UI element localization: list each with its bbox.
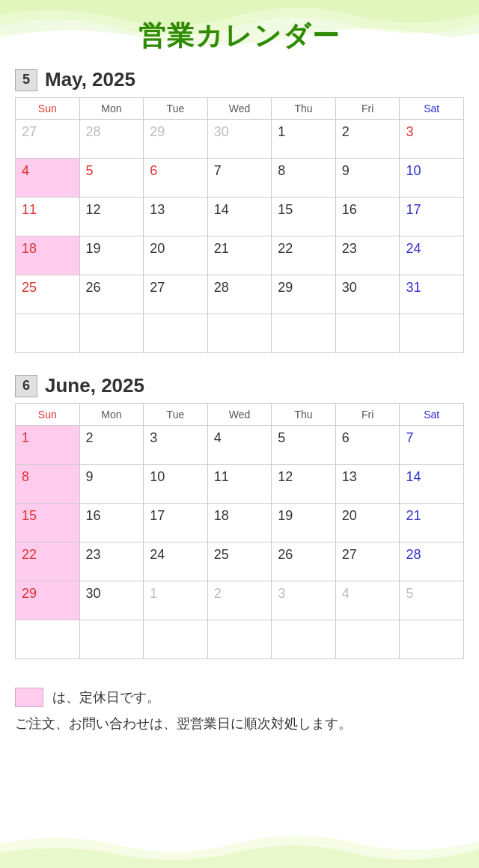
table-row: 30 xyxy=(335,275,400,314)
table-row xyxy=(16,314,80,353)
table-row: 30 xyxy=(79,581,144,620)
june-calendar: Sun Mon Tue Wed Thu Fri Sat 123456789101… xyxy=(15,403,464,659)
table-row: 13 xyxy=(335,465,400,504)
table-row: 8 xyxy=(16,465,80,504)
table-row: 29 xyxy=(16,581,80,620)
table-row: 3 xyxy=(272,581,336,620)
table-row: 15 xyxy=(272,198,336,236)
table-row: 10 xyxy=(400,159,464,198)
table-row: 9 xyxy=(335,159,400,198)
table-row: 29 xyxy=(272,275,336,314)
table-row: 1 xyxy=(144,581,208,620)
table-row: 11 xyxy=(207,465,272,504)
notice-text: ご注文、お問い合わせは、翌営業日に順次対処します。 xyxy=(15,713,464,735)
table-row xyxy=(16,620,80,659)
table-row: 17 xyxy=(144,504,208,542)
table-row: 29 xyxy=(144,120,208,159)
bottom-wave xyxy=(0,808,479,868)
june-th-tue: Tue xyxy=(144,404,208,426)
may-th-mon: Mon xyxy=(79,98,144,120)
table-row xyxy=(272,620,336,659)
table-row: 16 xyxy=(79,504,144,542)
table-row xyxy=(207,314,272,353)
table-row xyxy=(207,620,272,659)
table-row: 5 xyxy=(79,159,144,198)
table-row: 4 xyxy=(16,159,80,198)
june-th-wed: Wed xyxy=(207,404,272,426)
table-row: 21 xyxy=(207,236,272,275)
table-row xyxy=(79,620,144,659)
may-calendar: Sun Mon Tue Wed Thu Fri Sat 272829301234… xyxy=(15,97,464,353)
june-section: 6 June, 2025 Sun Mon Tue Wed Thu Fri Sat… xyxy=(15,374,464,659)
table-row: 15 xyxy=(16,504,80,542)
june-th-thu: Thu xyxy=(272,404,336,426)
table-row: 7 xyxy=(400,426,464,465)
june-th-sun: Sun xyxy=(16,404,80,426)
table-row: 25 xyxy=(16,275,80,314)
table-row: 28 xyxy=(207,275,272,314)
table-row: 21 xyxy=(400,504,464,542)
table-row: 24 xyxy=(400,236,464,275)
table-row: 31 xyxy=(400,275,464,314)
table-row: 23 xyxy=(79,542,144,581)
table-row: 16 xyxy=(335,198,400,236)
june-label: June, 2025 xyxy=(45,374,144,397)
table-row: 27 xyxy=(144,275,208,314)
table-row: 19 xyxy=(79,236,144,275)
table-row: 11 xyxy=(16,198,80,236)
table-row: 20 xyxy=(144,236,208,275)
table-row xyxy=(400,314,464,353)
table-row: 27 xyxy=(335,542,400,581)
table-row xyxy=(335,314,400,353)
table-row: 2 xyxy=(79,426,144,465)
table-row: 4 xyxy=(335,581,400,620)
june-th-mon: Mon xyxy=(79,404,144,426)
page-title: 営業カレンダー xyxy=(15,7,464,68)
june-number-box: 6 xyxy=(15,375,37,397)
table-row: 28 xyxy=(79,120,144,159)
table-row: 7 xyxy=(207,159,272,198)
may-section: 5 May, 2025 Sun Mon Tue Wed Thu Fri Sat … xyxy=(15,68,464,353)
table-row: 27 xyxy=(16,120,80,159)
table-row: 3 xyxy=(400,120,464,159)
table-row: 28 xyxy=(400,542,464,581)
table-row: 12 xyxy=(272,465,336,504)
june-th-fri: Fri xyxy=(335,404,400,426)
table-row: 2 xyxy=(207,581,272,620)
table-row xyxy=(79,314,144,353)
may-number-box: 5 xyxy=(15,69,37,91)
table-row: 5 xyxy=(400,581,464,620)
may-th-sun: Sun xyxy=(16,98,80,120)
may-th-wed: Wed xyxy=(207,98,272,120)
may-th-thu: Thu xyxy=(272,98,336,120)
june-header: 6 June, 2025 xyxy=(15,374,464,397)
table-row: 13 xyxy=(144,198,208,236)
table-row: 1 xyxy=(272,120,336,159)
table-row: 25 xyxy=(207,542,272,581)
may-label: May, 2025 xyxy=(45,68,135,91)
legend-section: は、定休日です。 ご注文、お問い合わせは、翌営業日に順次対処します。 xyxy=(15,680,464,742)
table-row: 26 xyxy=(272,542,336,581)
legend-color-box xyxy=(15,688,43,707)
may-th-fri: Fri xyxy=(335,98,400,120)
table-row: 4 xyxy=(207,426,272,465)
table-row: 2 xyxy=(335,120,400,159)
legend-text: は、定休日です。 xyxy=(52,688,160,706)
table-row: 5 xyxy=(272,426,336,465)
table-row: 26 xyxy=(79,275,144,314)
table-row: 6 xyxy=(144,159,208,198)
table-row xyxy=(400,620,464,659)
table-row: 9 xyxy=(79,465,144,504)
may-th-tue: Tue xyxy=(144,98,208,120)
table-row: 18 xyxy=(207,504,272,542)
table-row: 22 xyxy=(272,236,336,275)
table-row: 17 xyxy=(400,198,464,236)
table-row: 14 xyxy=(207,198,272,236)
table-row: 8 xyxy=(272,159,336,198)
table-row xyxy=(144,620,208,659)
table-row: 10 xyxy=(144,465,208,504)
legend-row: は、定休日です。 xyxy=(15,688,464,707)
table-row: 23 xyxy=(335,236,400,275)
table-row: 19 xyxy=(272,504,336,542)
table-row: 1 xyxy=(16,426,80,465)
